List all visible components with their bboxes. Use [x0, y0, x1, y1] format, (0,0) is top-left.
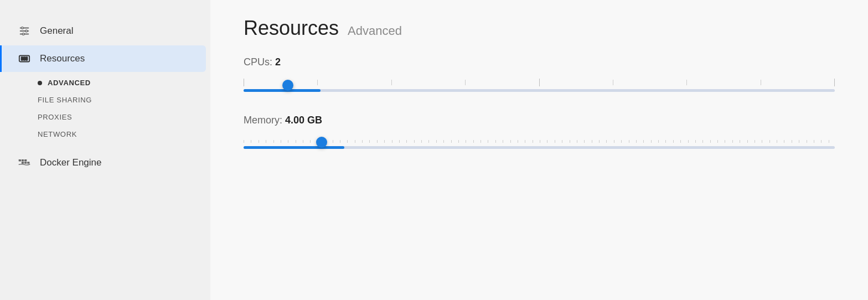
cpu-slider-wrapper [244, 89, 835, 92]
sidebar-item-resources-label: Resources [40, 53, 85, 64]
svg-point-3 [22, 27, 24, 29]
sidebar-item-general-label: General [40, 25, 73, 37]
settings-icon [18, 24, 31, 38]
memory-section: Memory: 4.00 GB [244, 115, 835, 149]
cpu-value: 2 [275, 56, 281, 68]
bullet-icon [38, 81, 42, 85]
sidebar-item-resources[interactable]: Resources [0, 45, 206, 72]
svg-rect-14 [24, 162, 27, 163]
sidebar: General Resources ADVANCED FILE SHARING … [0, 0, 210, 300]
svg-rect-12 [24, 159, 27, 161]
svg-rect-8 [24, 57, 25, 60]
svg-rect-10 [19, 159, 21, 161]
sidebar-sub-item-proxies-label: PROXIES [38, 113, 72, 121]
sidebar-sub-item-advanced-label: ADVANCED [48, 79, 91, 87]
svg-point-4 [25, 30, 28, 32]
sidebar-sub-item-network[interactable]: NETWORK [38, 126, 210, 143]
svg-rect-15 [27, 162, 29, 163]
sidebar-item-docker-engine-label: Docker Engine [40, 157, 102, 168]
memory-value: 4.00 GB [285, 115, 322, 126]
memory-label: Memory: 4.00 GB [244, 115, 835, 126]
page-subtitle: Advanced [348, 24, 402, 38]
svg-point-5 [22, 33, 24, 35]
sidebar-sub-item-proxies[interactable]: PROXIES [38, 108, 210, 126]
main-content: Resources Advanced CPUs: 2 Memor [210, 0, 868, 300]
svg-rect-11 [22, 159, 24, 161]
docker-icon [18, 156, 31, 169]
sidebar-sub-item-advanced[interactable]: ADVANCED [38, 74, 210, 91]
memory-slider[interactable] [244, 137, 835, 148]
sidebar-item-docker-engine[interactable]: Docker Engine [4, 149, 206, 176]
svg-rect-9 [26, 57, 28, 60]
cpu-slider[interactable] [244, 80, 835, 91]
sidebar-item-general[interactable]: General [4, 18, 206, 44]
cpu-section: CPUs: 2 [244, 56, 835, 92]
sidebar-sub-item-file-sharing-label: FILE SHARING [38, 96, 92, 104]
svg-rect-13 [22, 162, 24, 163]
sidebar-sub-item-file-sharing[interactable]: FILE SHARING [38, 91, 210, 108]
resources-sub-items: ADVANCED FILE SHARING PROXIES NETWORK [0, 74, 210, 143]
sidebar-sub-item-network-label: NETWORK [38, 130, 77, 138]
cpu-label: CPUs: 2 [244, 56, 835, 68]
page-title: Resources [244, 17, 339, 40]
memory-slider-wrapper [244, 146, 835, 149]
resources-icon [18, 52, 31, 65]
page-header: Resources Advanced [244, 17, 835, 40]
svg-rect-7 [22, 57, 23, 60]
